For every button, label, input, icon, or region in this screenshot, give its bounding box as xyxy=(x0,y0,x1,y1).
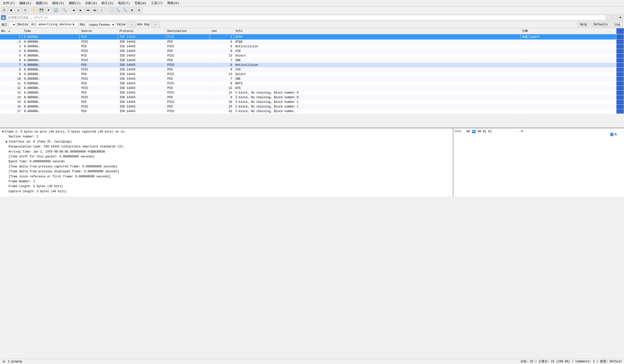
menu-edit[interactable]: 编辑(E) xyxy=(17,0,33,6)
cell-info: I-block, No chaining, Block number 1 xyxy=(234,104,521,109)
detail-item[interactable]: [Time delta from previous captured frame… xyxy=(1,164,452,169)
table-row[interactable]: 110.000000…PCDISO 14443PICC8RATS xyxy=(0,81,624,86)
detail-item[interactable]: ▶Interface id: 0 (Fake IF, text2pcap) xyxy=(1,139,452,144)
cell-protocol: ISO 14443 xyxy=(118,109,166,114)
save-file-btn[interactable]: 💾 xyxy=(38,7,45,13)
save-btn[interactable]: ↺ xyxy=(15,7,22,13)
col-header-info[interactable]: Info xyxy=(234,28,521,34)
table-row[interactable]: 170.000000…PCDISO 14443PICC41I-block, No… xyxy=(0,109,624,114)
reload-btn[interactable]: 🔄 xyxy=(52,7,59,13)
colorize-btn[interactable]: ⬜ xyxy=(108,7,114,13)
zoom-in-btn[interactable]: 🔍 xyxy=(115,7,121,13)
jump-btn[interactable]: ↕ xyxy=(99,7,105,13)
menu-goto[interactable]: 跳转(G) xyxy=(50,0,66,6)
cell-info: ATQA xyxy=(234,40,521,44)
menu-help[interactable]: 帮助(H) xyxy=(165,0,181,6)
cell-info: I-block, No chaining, Block numbe… xyxy=(234,109,521,114)
menu-view[interactable]: 视图(V) xyxy=(34,0,50,6)
detail-item[interactable]: Frame Number: 1 xyxy=(1,179,452,184)
detail-item[interactable]: ▼Frame 1: 5 bytes on wire (40 bits), 5 b… xyxy=(1,129,452,134)
col-header-source[interactable]: Source xyxy=(80,28,118,34)
menu-file[interactable]: 文件(F) xyxy=(1,0,17,6)
last-btn[interactable]: ⏭ xyxy=(92,7,98,13)
menu-stats[interactable]: 统计(S) xyxy=(100,0,115,6)
table-row[interactable]: ●20.000000…PICCISO 14443PCD6ATQA xyxy=(0,40,624,44)
open-file-btn[interactable]: 📁 xyxy=(31,7,38,13)
col-header-no[interactable]: No. xyxy=(0,28,23,34)
menu-capture[interactable]: 捕获(C) xyxy=(67,0,83,6)
menubar: 文件(F) 编辑(E) 视图(V) 跳转(G) 捕获(C) 分析(A) 统计(S… xyxy=(0,0,624,7)
table-row[interactable]: 60.000000…PICCISO 14443PCD7SAK xyxy=(0,58,624,63)
menu-analyze[interactable]: 分析(A) xyxy=(83,0,99,6)
next-btn[interactable]: ▶ xyxy=(78,7,84,13)
packet-table: No. Time Source Protocol Destination Len… xyxy=(0,28,624,114)
cell-note xyxy=(521,81,616,86)
key-select[interactable]: Legacy Passkey xyxy=(86,22,115,27)
menu-phone[interactable]: 电话(Y) xyxy=(116,0,132,6)
table-row[interactable]: 90.000000…PCDISO 14443PICC13Select xyxy=(0,72,624,77)
filter-icon: ▣ xyxy=(1,15,6,20)
table-row[interactable]: 70.000000…PCDISO 14443PICC6Anticollision xyxy=(0,63,624,68)
detail-item[interactable]: [Time since reference or first frame: 0.… xyxy=(1,174,452,179)
close-file-btn[interactable]: ✖ xyxy=(45,7,52,13)
cell-time: 0.000000… xyxy=(23,91,80,95)
prev-btn[interactable]: ◀ xyxy=(70,7,77,13)
menu-tools[interactable]: 工具(T) xyxy=(149,0,165,6)
filter-input[interactable] xyxy=(7,15,606,20)
detail-item[interactable]: Section number: 1 xyxy=(1,134,452,139)
table-row[interactable]: 40.000000…PICCISO 14443PCD9UID xyxy=(0,49,624,54)
first-btn[interactable]: ⏮ xyxy=(85,7,91,13)
help-button[interactable]: Help xyxy=(577,22,590,27)
detail-item[interactable]: Encapsulation type: ISO 14443 contactles… xyxy=(1,144,452,149)
table-row[interactable]: 100.000000…PICCISO 14443PCD7SAK xyxy=(0,77,624,81)
log-button[interactable]: Log xyxy=(612,22,623,27)
table-row[interactable]: 160.000000…PICCISO 14443PCD25I-block, No… xyxy=(0,104,624,109)
zoom-out-btn[interactable]: 🔍 xyxy=(122,7,128,13)
menu-wireless[interactable]: 无线(W) xyxy=(132,0,148,6)
value-arrow-btn[interactable]: → xyxy=(127,22,136,27)
table-row[interactable]: 130.000000…PCDISO 14443PICC12I-block, No… xyxy=(0,91,624,95)
cell-time: 0.000000… xyxy=(23,77,80,81)
col-header-len[interactable]: Len xyxy=(210,28,234,34)
col-header-protocol[interactable]: Protocol xyxy=(118,28,166,34)
cell-destination: PICC xyxy=(166,63,210,68)
open-btn[interactable]: ■ xyxy=(8,7,14,13)
cell-protocol: ISO 14443 xyxy=(118,100,166,104)
table-row[interactable]: 150.000000…PCDISO 14443PICC10I-block, No… xyxy=(0,100,624,104)
cell-len: 13 xyxy=(210,72,234,77)
filter-add-btn[interactable]: + xyxy=(618,15,623,20)
adv-hop-arrow-btn[interactable]: → xyxy=(151,22,160,27)
col-header-destination[interactable]: Destination xyxy=(166,28,210,34)
interface-select[interactable] xyxy=(9,22,16,27)
defaults-button[interactable]: Defaults xyxy=(591,22,611,27)
detail-item[interactable]: [Time delta from previous displayed fram… xyxy=(1,169,452,174)
new-capture-btn[interactable]: 🗋 xyxy=(1,7,7,13)
table-row[interactable]: 10.000000…PCDISO 14443PICC5WUPA唤醒TypeA卡 xyxy=(0,34,624,40)
table-row[interactable]: 120.000000…PICCISO 14443PCD12ATS xyxy=(0,86,624,91)
filter-apply-btn[interactable]: → xyxy=(607,15,617,20)
detail-item[interactable]: Capture Length: 5 bytes (40 bits) xyxy=(1,189,452,194)
col-header-note[interactable]: 注释 xyxy=(521,28,616,34)
table-row[interactable]: 50.000000…PCDISO 14443PICC13Select xyxy=(0,54,624,58)
detail-item[interactable]: Frame Length: 5 bytes (40 bits) xyxy=(1,184,452,189)
cell-time: 0.000000… xyxy=(23,72,80,77)
cell-source: PICC xyxy=(80,40,118,44)
table-row[interactable]: 80.000000…PICCISO 14443PCD9UID xyxy=(0,68,624,72)
cell-color xyxy=(616,68,624,72)
detail-item[interactable]: Arrival Time: Jan 1, 1970 08:00:00.00000… xyxy=(1,149,452,154)
detail-panel[interactable]: ▼Frame 1: 5 bytes on wire (40 bits), 5 b… xyxy=(0,128,453,196)
table-row[interactable]: 140.000000…PICCISO 14443PCD9I-block, No … xyxy=(0,95,624,100)
close-btn[interactable]: ⊙ xyxy=(22,7,28,13)
status-separator: • xyxy=(597,360,598,363)
search-btn[interactable]: 🔍 xyxy=(61,7,68,13)
cell-destination: PICC xyxy=(166,109,210,114)
status-stats: 分组: 22 • 已显示: 22 (100.0%) • Comments: 1 xyxy=(520,359,595,364)
table-row[interactable]: 30.000000…PCDISO 14443PICC6Anticollision xyxy=(0,44,624,49)
detail-item[interactable]: Epoch Time: 0.0000000000 seconds xyxy=(1,159,452,164)
cell-time: 0.000000… xyxy=(23,109,80,114)
detail-item[interactable]: [Time shift for this packet: 0.000000000… xyxy=(1,154,452,159)
layout-btn[interactable]: ⊟ xyxy=(136,7,142,13)
cell-len: 12 xyxy=(210,91,234,95)
zoom-reset-btn[interactable]: ⊞ xyxy=(129,7,135,13)
col-header-time[interactable]: Time xyxy=(23,28,80,34)
